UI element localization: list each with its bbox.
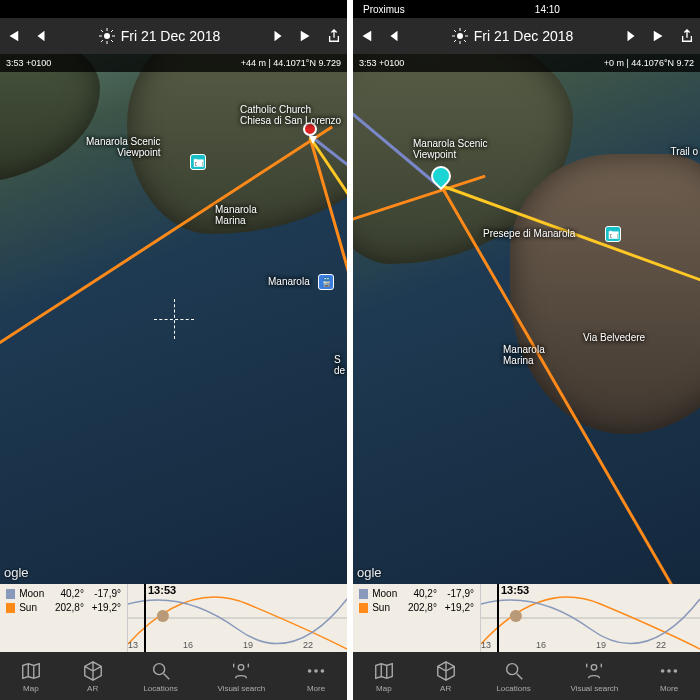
skip-forward-icon[interactable] (299, 29, 313, 43)
tab-locations[interactable]: Locations (496, 660, 530, 693)
svg-line-25 (454, 30, 456, 32)
ephemeris-graph[interactable]: 13:53 13 16 19 22 (128, 584, 347, 652)
svg-point-11 (157, 610, 169, 622)
skip-forward-icon[interactable] (652, 29, 666, 43)
tab-map[interactable]: Map (20, 660, 42, 693)
svg-line-28 (454, 40, 456, 42)
bottom-toolbar: Map AR Locations Visual search More (353, 652, 700, 700)
more-icon (658, 660, 680, 682)
svg-point-0 (104, 33, 110, 39)
label-presepe: Presepe di Manarola (483, 228, 575, 239)
coordinate-bar: 3:53 +0100 +0 m | 44.1076°N 9.72 (353, 54, 700, 72)
search-icon (503, 660, 525, 682)
tab-ar[interactable]: AR (82, 660, 104, 693)
date-navigation-bar: Fri 21 Dec 2018 (353, 18, 700, 54)
svg-point-32 (506, 663, 517, 674)
next-icon[interactable] (271, 29, 285, 43)
clock: 14:10 (535, 4, 560, 15)
tab-visual-search[interactable]: Visual search (217, 660, 265, 693)
center-crosshair (154, 299, 194, 339)
svg-point-17 (308, 669, 312, 673)
station-icon[interactable]: 🚆 (318, 274, 334, 290)
tab-map[interactable]: Map (373, 660, 395, 693)
sun-icon (99, 28, 115, 44)
visual-search-icon (583, 660, 605, 682)
date-display[interactable]: Fri 21 Dec 2018 (452, 28, 574, 44)
tab-locations[interactable]: Locations (143, 660, 177, 693)
label-viewpoint: Manarola Scenic Viewpoint (86, 136, 160, 158)
legend-sun: Sun 202,8° +19,2° (359, 602, 474, 613)
svg-point-20 (457, 33, 463, 39)
ios-status-bar (0, 0, 347, 18)
skip-back-icon[interactable] (359, 29, 373, 43)
date-navigation-bar: Fri 21 Dec 2018 (0, 18, 347, 54)
visual-search-icon (230, 660, 252, 682)
legend-moon: Moon 40,2° -17,9° (6, 588, 121, 599)
map-attribution: ogle (4, 565, 29, 580)
coordinate-bar: 3:53 +0100 +44 m | 44.1071°N 9.729 (0, 54, 347, 72)
prev-icon[interactable] (34, 29, 48, 43)
tab-ar[interactable]: AR (435, 660, 457, 693)
date-display[interactable]: Fri 21 Dec 2018 (99, 28, 221, 44)
legend-moon: Moon 40,2° -17,9° (359, 588, 474, 599)
svg-line-13 (163, 673, 169, 679)
tab-more[interactable]: More (658, 660, 680, 693)
right-screenshot: Proximus 14:10 Fri 21 Dec 2018 3:53 +010… (353, 0, 700, 700)
carrier: Proximus (363, 4, 405, 15)
map-icon (373, 660, 395, 682)
map-view[interactable]: Manarola Scenic Viewpoint Catholic Churc… (0, 54, 347, 584)
tab-more[interactable]: More (305, 660, 327, 693)
date-text: Fri 21 Dec 2018 (474, 28, 574, 44)
poi-viewpoint[interactable] (190, 154, 206, 170)
svg-point-38 (667, 669, 671, 673)
label-sd: S de (334, 354, 345, 376)
ephemeris-panel[interactable]: Moon 40,2° -17,9° Sun 202,8° +19,2° (353, 584, 700, 652)
tab-visual-search[interactable]: Visual search (570, 660, 618, 693)
share-icon[interactable] (327, 29, 341, 43)
svg-line-33 (516, 673, 522, 679)
ephemeris-graph[interactable]: 13:53 13 16 19 22 (481, 584, 700, 652)
cube-icon (82, 660, 104, 682)
time-label: 13:53 (146, 584, 178, 596)
label-station: Manarola (268, 276, 310, 287)
sun-icon (452, 28, 468, 44)
left-screenshot: Fri 21 Dec 2018 3:53 +0100 +44 m | 44.10… (0, 0, 347, 700)
prev-icon[interactable] (387, 29, 401, 43)
svg-line-7 (111, 30, 113, 32)
label-church: Catholic Church Chiesa di San Lorenzo (240, 104, 341, 126)
sun-swatch (6, 603, 15, 613)
ephemeris-panel[interactable]: Moon 40,2° -17,9° Sun 202,8° +19,2° (0, 584, 347, 652)
poi-presepe[interactable] (605, 226, 621, 242)
map-view[interactable]: Manarola Scenic Viewpoint Presepe di Man… (353, 54, 700, 584)
time-offset: 3:53 +0100 (359, 58, 404, 68)
label-via: Via Belvedere (583, 332, 645, 343)
next-icon[interactable] (624, 29, 638, 43)
svg-line-5 (101, 30, 103, 32)
ephemeris-legend: Moon 40,2° -17,9° Sun 202,8° +19,2° (353, 584, 481, 652)
map-icon (20, 660, 42, 682)
svg-point-34 (592, 664, 598, 670)
moon-swatch (359, 589, 368, 599)
skip-back-icon[interactable] (6, 29, 20, 43)
svg-point-12 (153, 663, 164, 674)
share-icon[interactable] (680, 29, 694, 43)
moon-swatch (6, 589, 15, 599)
label-marina: Manarola Marina (503, 344, 545, 366)
cube-icon (435, 660, 457, 682)
ios-status-bar: Proximus 14:10 (353, 0, 700, 18)
svg-point-37 (661, 669, 665, 673)
sun-swatch (359, 603, 368, 613)
more-icon (305, 660, 327, 682)
svg-point-14 (239, 664, 245, 670)
svg-point-39 (674, 669, 678, 673)
date-text: Fri 21 Dec 2018 (121, 28, 221, 44)
coordinates: +44 m | 44.1071°N 9.729 (241, 58, 341, 68)
legend-sun: Sun 202,8° +19,2° (6, 602, 121, 613)
time-label: 13:53 (499, 584, 531, 596)
label-viewpoint: Manarola Scenic Viewpoint (413, 138, 487, 160)
search-icon (150, 660, 172, 682)
svg-line-26 (464, 40, 466, 42)
label-marina: Manarola Marina (215, 204, 257, 226)
coordinates: +0 m | 44.1076°N 9.72 (604, 58, 694, 68)
svg-point-18 (314, 669, 318, 673)
